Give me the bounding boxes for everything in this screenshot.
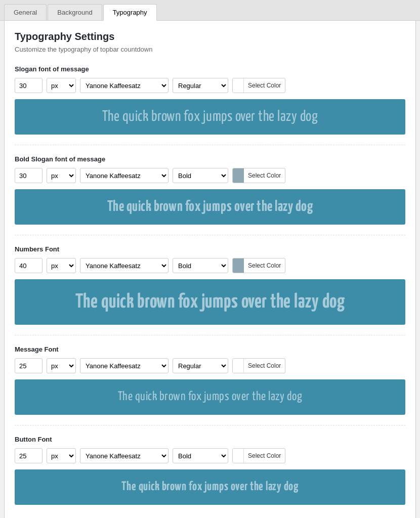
font-select-message-font[interactable]: Yanone KaffeesatzArialGeorgiaTimes New R…: [80, 358, 169, 373]
settings-row-slogan-font: Slogan font of message pxem% Yanone Kaff…: [15, 65, 405, 145]
tab-typography[interactable]: Typography: [103, 4, 157, 21]
controls-line-slogan-font: pxem% Yanone KaffeesatzArialGeorgiaTimes…: [15, 78, 405, 93]
preview-text-bold-slogan-font: The quick brown fox jumps over the lazy …: [107, 199, 313, 214]
row-label-message-font: Message Font: [15, 346, 405, 353]
row-label-bold-slogan-font: Bold Slogan font of message: [15, 155, 405, 163]
color-button-button-font[interactable]: Select Color: [232, 448, 285, 463]
settings-row-button-font: Button Font pxem% Yanone KaffeesatzArial…: [15, 436, 405, 515]
color-swatch-bold-slogan-font: [233, 168, 244, 183]
tab-bar: General Background Typography: [0, 0, 420, 21]
controls-line-numbers-font: pxem% Yanone KaffeesatzArialGeorgiaTimes…: [15, 258, 405, 273]
unit-select-slogan-font[interactable]: pxem%: [47, 78, 76, 93]
color-button-bold-slogan-font[interactable]: Select Color: [232, 168, 285, 183]
font-select-button-font[interactable]: Yanone KaffeesatzArialGeorgiaTimes New R…: [80, 448, 169, 463]
color-swatch-button-font: [233, 449, 244, 463]
style-select-message-font[interactable]: RegularBoldItalic: [173, 358, 228, 373]
preview-box-slogan-font: The quick brown fox jumps over the lazy …: [15, 99, 405, 135]
color-label-slogan-font: Select Color: [244, 82, 285, 89]
preview-text-numbers-font: The quick brown fox jumps over the lazy …: [75, 292, 345, 312]
color-label-numbers-font: Select Color: [244, 262, 285, 269]
color-label-message-font: Select Color: [244, 362, 285, 369]
settings-row-bold-slogan-font: Bold Slogan font of message pxem% Yanone…: [15, 155, 405, 235]
font-select-bold-slogan-font[interactable]: Yanone KaffeesatzArialGeorgiaTimes New R…: [80, 168, 169, 183]
preview-text-button-font: The quick brown fox jumps over the lazy …: [121, 481, 299, 493]
unit-select-bold-slogan-font[interactable]: pxem%: [47, 168, 76, 183]
color-swatch-message-font: [233, 359, 244, 373]
size-input-numbers-font[interactable]: [15, 258, 43, 273]
color-button-numbers-font[interactable]: Select Color: [232, 258, 285, 273]
size-input-message-font[interactable]: [15, 358, 43, 373]
preview-text-message-font: The quick brown fox jumps over the lazy …: [118, 391, 303, 403]
preview-box-button-font: The quick brown fox jumps over the lazy …: [15, 469, 405, 505]
row-label-numbers-font: Numbers Font: [15, 245, 405, 253]
controls-line-message-font: pxem% Yanone KaffeesatzArialGeorgiaTimes…: [15, 358, 405, 373]
color-label-button-font: Select Color: [244, 452, 285, 459]
row-label-slogan-font: Slogan font of message: [15, 65, 405, 73]
preview-text-slogan-font: The quick brown fox jumps over the lazy …: [102, 109, 318, 124]
page-title: Typography Settings: [15, 31, 405, 42]
style-select-bold-slogan-font[interactable]: RegularBoldItalic: [173, 168, 228, 183]
color-swatch-slogan-font: [233, 78, 244, 93]
preview-box-numbers-font: The quick brown fox jumps over the lazy …: [15, 279, 405, 325]
unit-select-numbers-font[interactable]: pxem%: [47, 258, 76, 273]
main-content: Typography Settings Customize the typogr…: [4, 21, 416, 518]
controls-line-bold-slogan-font: pxem% Yanone KaffeesatzArialGeorgiaTimes…: [15, 168, 405, 183]
unit-select-message-font[interactable]: pxem%: [47, 358, 76, 373]
preview-box-message-font: The quick brown fox jumps over the lazy …: [15, 379, 405, 415]
color-label-bold-slogan-font: Select Color: [244, 172, 285, 179]
settings-row-message-font: Message Font pxem% Yanone KaffeesatzAria…: [15, 346, 405, 425]
unit-select-button-font[interactable]: pxem%: [47, 448, 76, 463]
settings-row-numbers-font: Numbers Font pxem% Yanone KaffeesatzAria…: [15, 245, 405, 335]
color-button-message-font[interactable]: Select Color: [232, 358, 285, 373]
font-select-slogan-font[interactable]: Yanone KaffeesatzArialGeorgiaTimes New R…: [80, 78, 169, 93]
preview-box-bold-slogan-font: The quick brown fox jumps over the lazy …: [15, 189, 405, 225]
size-input-slogan-font[interactable]: [15, 78, 43, 93]
size-input-bold-slogan-font[interactable]: [15, 168, 43, 183]
controls-line-button-font: pxem% Yanone KaffeesatzArialGeorgiaTimes…: [15, 448, 405, 463]
style-select-slogan-font[interactable]: RegularBoldItalic: [173, 78, 228, 93]
tab-general[interactable]: General: [4, 4, 47, 20]
style-select-numbers-font[interactable]: RegularBoldItalic: [173, 258, 228, 273]
tab-background[interactable]: Background: [48, 4, 102, 20]
page-subtitle: Customize the typography of topbar count…: [15, 46, 405, 53]
style-select-button-font[interactable]: RegularBoldItalic: [173, 448, 228, 463]
color-button-slogan-font[interactable]: Select Color: [232, 78, 285, 93]
row-label-button-font: Button Font: [15, 436, 405, 443]
size-input-button-font[interactable]: [15, 448, 43, 463]
color-swatch-numbers-font: [233, 258, 244, 273]
font-select-numbers-font[interactable]: Yanone KaffeesatzArialGeorgiaTimes New R…: [80, 258, 169, 273]
